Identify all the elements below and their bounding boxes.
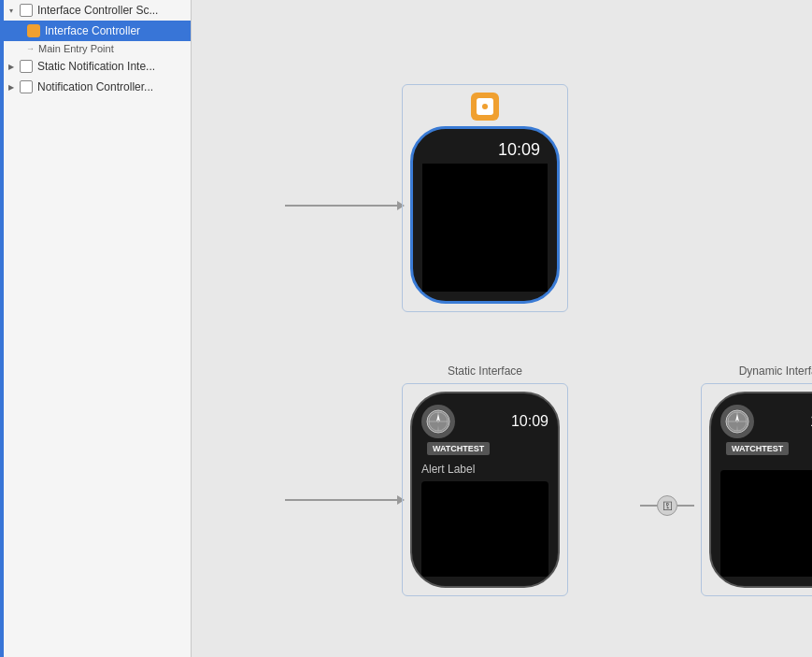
dynamic-compass-icon <box>724 408 750 435</box>
dynamic-notif-scene: Dynamic Interface <box>701 364 812 596</box>
accent-bar <box>0 0 4 657</box>
controller-icon <box>26 23 41 38</box>
main-watch-body: 10:09 <box>410 126 560 304</box>
disclosure-notif[interactable]: ▶ <box>6 81 17 93</box>
dynamic-watch-header: 10:09 <box>720 405 812 438</box>
static-watch-header: 10:09 <box>421 405 548 438</box>
main-ic-scene: 10:09 <box>402 84 568 312</box>
main-watch-screen <box>422 164 548 292</box>
scene-icon <box>19 3 34 18</box>
sidebar-item-static-notif[interactable]: ▶ Static Notification Inte... <box>0 56 191 77</box>
static-watch-screen <box>421 481 548 577</box>
static-alert-label: Alert Label <box>421 463 548 476</box>
static-scene-label: Static Interface <box>448 364 522 378</box>
static-scene-border[interactable]: 10:09 WATCHTEST Alert Label <box>402 383 568 596</box>
dynamic-app-name: WATCHTEST <box>726 442 789 455</box>
main-scene-border[interactable]: 10:09 <box>402 84 568 312</box>
sub-arrow-icon: → <box>26 44 35 53</box>
notif-arrow-line <box>285 499 397 501</box>
static-notif-scene: Static Interface <box>402 364 568 596</box>
disclosure-static[interactable]: ▶ <box>6 61 17 72</box>
sidebar-item-notif-controller[interactable]: ▶ Notification Controller... <box>0 77 191 97</box>
ic-icon-inner <box>477 98 493 115</box>
static-scene-icon <box>19 59 34 74</box>
controller-icon-box <box>27 24 40 37</box>
compass-icon <box>425 408 451 435</box>
ic-controller-icon <box>471 93 499 121</box>
static-app-name: WATCHTEST <box>427 442 490 455</box>
disclosure-ic-scene[interactable]: ▾ <box>6 5 17 16</box>
scene-connector: ⚿ <box>640 495 694 516</box>
connector-line-right <box>677 505 694 507</box>
canvas-content: 10:09 Static Interface <box>192 0 812 636</box>
notif-entry-arrow <box>285 495 405 505</box>
sidebar: ▾ Interface Controller Sc... Interface C… <box>0 0 192 657</box>
notif-controller-label: Notification Controller... <box>37 80 153 93</box>
connector-circle[interactable]: ⚿ <box>657 495 677 516</box>
sidebar-item-interface-controller[interactable]: Interface Controller <box>0 21 191 41</box>
canvas: 10:09 Static Interface <box>192 0 812 657</box>
scene-icon-box <box>20 4 33 17</box>
static-watch-icon <box>421 405 455 438</box>
static-scene-box <box>20 60 33 73</box>
dynamic-app-row: WATCHTEST <box>720 442 812 455</box>
dynamic-watch-screen <box>720 470 812 577</box>
connector-key-icon: ⚿ <box>662 500 673 511</box>
ic-scene-label: Interface Controller Sc... <box>37 4 158 17</box>
main-watch-time: 10:09 <box>498 140 540 160</box>
main-entry-label: Main Entry Point <box>38 43 114 54</box>
notif-scene-box <box>20 80 33 93</box>
static-watch: 10:09 WATCHTEST Alert Label <box>410 392 560 588</box>
static-app-row: WATCHTEST <box>421 442 548 455</box>
main-layout: ▾ Interface Controller Sc... Interface C… <box>0 0 812 657</box>
dynamic-scene-border[interactable]: 10:09 WATCHTEST <box>701 383 812 596</box>
dynamic-watch-icon <box>720 405 754 438</box>
dynamic-scene-label: Dynamic Interface <box>739 364 812 378</box>
interface-controller-label: Interface Controller <box>45 24 140 37</box>
dynamic-watch: 10:09 WATCHTEST <box>709 392 812 588</box>
notif-scene-icon <box>19 79 34 94</box>
static-watch-time: 10:09 <box>511 413 548 430</box>
sidebar-item-main-entry[interactable]: → Main Entry Point <box>0 41 191 56</box>
main-entry-arrow <box>285 201 405 210</box>
connector-line-left <box>640 505 657 507</box>
arrow-line <box>285 205 397 207</box>
static-notif-label: Static Notification Inte... <box>37 60 155 73</box>
ic-icon-dot <box>482 104 488 109</box>
sidebar-item-ic-scene[interactable]: ▾ Interface Controller Sc... <box>0 0 191 21</box>
